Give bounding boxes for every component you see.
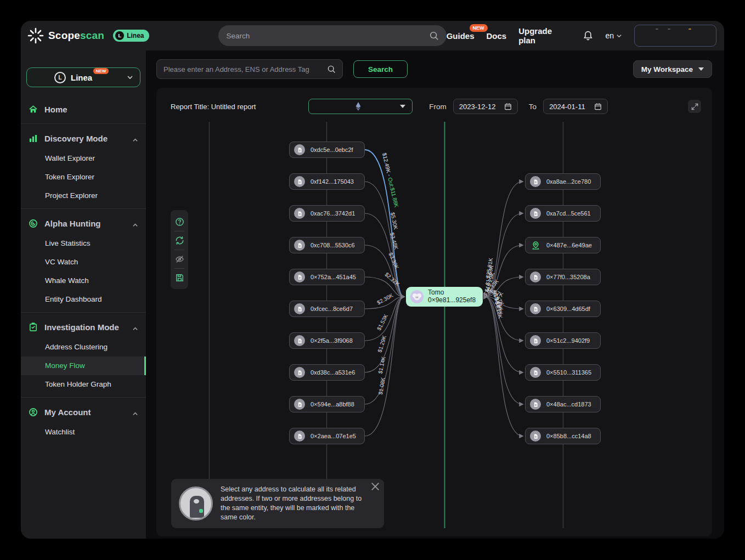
global-search[interactable]: [218, 25, 446, 46]
doc-icon: [294, 399, 305, 410]
address-node[interactable]: 0xfcec...8ce6d7: [289, 301, 365, 317]
address-node[interactable]: 0xa7cd...5ce561: [525, 205, 601, 222]
sidebar-item-token-explorer[interactable]: Token Explorer: [21, 168, 146, 186]
network-name: LineaNEW: [71, 73, 92, 82]
expand-icon: [691, 103, 698, 110]
sidebar-item-live-statistics[interactable]: Live Statistics: [21, 234, 146, 253]
address-node[interactable]: 0×594e...a8bf88: [289, 396, 365, 412]
doc-icon: [530, 271, 541, 282]
network-dropdown[interactable]: L LineaNEW: [26, 67, 140, 87]
nav-guides[interactable]: GuidesNEW: [447, 31, 475, 41]
to-date-picker[interactable]: 2024-01-11: [543, 99, 608, 114]
brand[interactable]: Scopescan L Linea: [27, 27, 149, 44]
doc-icon: [294, 176, 305, 187]
address-node[interactable]: 0×2aea...07e1e5: [289, 428, 365, 444]
address-node[interactable]: 0xd38c...a531e6: [289, 364, 365, 381]
doc-icon: [294, 303, 305, 314]
address-node[interactable]: 0xc708...5530c6: [289, 237, 365, 253]
doc-icon: [294, 240, 305, 251]
graph-canvas: $12.49K - Out:$11.88K$5.30K$3.48K$3.30K$…: [156, 88, 712, 536]
address-node[interactable]: 0×51c2...9402f9: [525, 332, 601, 349]
sidebar-item-vc-watch[interactable]: VC Watch: [21, 253, 146, 271]
address-search-input[interactable]: [163, 65, 327, 73]
edge-label: $2.32K: [383, 271, 400, 287]
nav-docs[interactable]: Docs: [487, 31, 507, 41]
close-icon[interactable]: [371, 483, 379, 490]
main-toolbar: Search My Workspace: [146, 50, 724, 88]
home-icon: [29, 105, 38, 114]
location-icon: [530, 240, 541, 251]
address-node[interactable]: 0×48ac...cd1873: [525, 396, 601, 412]
sidebar-item-address-clustering[interactable]: Address Clustering: [21, 338, 146, 357]
address-node[interactable]: 0xdc5e...0ebc2f: [289, 142, 365, 158]
search-button[interactable]: Search: [353, 60, 408, 78]
address-search[interactable]: [156, 59, 343, 79]
edge-label: $1.14K: [377, 356, 386, 375]
target-icon: [29, 219, 38, 228]
address-node[interactable]: 0×487e...6e49ae: [525, 237, 601, 253]
from-date-picker[interactable]: 2023-12-12: [453, 99, 518, 114]
sidebar-item-my-account[interactable]: My Account: [21, 401, 146, 423]
report-controls: Report Title: Untitled report From 2023-…: [171, 99, 701, 114]
doc-icon: [294, 335, 305, 346]
scopescan-logo-icon: [27, 27, 44, 44]
address-node[interactable]: 0×5510...311365: [525, 364, 601, 381]
fullscreen-button[interactable]: [688, 100, 701, 113]
app-window: Scopescan L Linea GuidesNEW Docs Upgrade…: [21, 21, 724, 539]
doc-icon: [294, 271, 305, 282]
calendar-icon: [594, 103, 602, 110]
canvas-toolbar: [171, 210, 188, 289]
main-area: Search My Workspace Report Title: Untitl…: [146, 50, 724, 539]
address-node[interactable]: 0×85b8...cc14a8: [525, 428, 601, 444]
sidebar-item-project-explorer[interactable]: Project Explorer: [21, 186, 146, 205]
report-title: Report Title: Untitled report: [171, 103, 256, 111]
eye-off-tool[interactable]: [171, 250, 188, 268]
notification-bell-icon[interactable]: [583, 30, 594, 41]
sidebar-item-whale-watch[interactable]: Whale Watch: [21, 271, 146, 290]
eth-icon: [355, 102, 362, 111]
search-icon: [429, 31, 439, 41]
topbar: Scopescan L Linea GuidesNEW Docs Upgrade…: [21, 21, 724, 50]
graph-edges: $12.49K - Out:$11.88K$5.30K$3.48K$3.30K$…: [156, 88, 711, 536]
doc-icon: [294, 208, 305, 219]
doc-icon: [294, 367, 305, 378]
to-label: To: [529, 103, 537, 111]
chevron-up-icon: [132, 220, 138, 227]
sidebar-item-alpha-hunting[interactable]: Alpha Hunting: [21, 212, 146, 234]
topbar-panel-placeholder[interactable]: [634, 25, 716, 47]
sidebar-item-home[interactable]: Home: [21, 98, 146, 120]
edge-label: $2.30K: [376, 292, 394, 306]
sidebar-section: Investigation ModeAddress ClusteringMone…: [21, 312, 146, 397]
doc-icon: [530, 303, 541, 314]
money-flow-panel: Report Title: Untitled report From 2023-…: [156, 88, 712, 536]
doc-icon: [530, 176, 541, 187]
my-workspace-button[interactable]: My Workspace: [633, 60, 712, 78]
new-badge: NEW: [470, 24, 488, 32]
chevron-down-icon: [127, 74, 133, 81]
token-select-dropdown[interactable]: [308, 99, 413, 114]
sidebar-item-discovery-mode[interactable]: Discovery Mode: [21, 127, 146, 149]
sidebar-item-money-flow[interactable]: Money Flow: [21, 357, 146, 375]
sidebar-item-token-holder-graph[interactable]: Token Holder Graph: [21, 375, 146, 394]
nav-upgrade-plan[interactable]: Upgrade plan: [518, 26, 571, 45]
address-node[interactable]: 0xac76...3742d1: [289, 205, 365, 222]
address-node[interactable]: 0xa8ae...2ce780: [525, 173, 601, 190]
address-node[interactable]: 0×6309...4d65df: [525, 301, 601, 317]
language-selector[interactable]: en: [605, 31, 622, 40]
address-node[interactable]: 0×2f5a...3f9068: [289, 332, 365, 349]
sidebar-item-investigation-mode[interactable]: Investigation Mode: [21, 316, 146, 338]
sidebar-item-watchlist[interactable]: Watchlist: [21, 423, 146, 442]
help-tool[interactable]: [171, 212, 188, 231]
doc-icon: [294, 431, 305, 442]
global-search-input[interactable]: [226, 32, 428, 40]
center-entity-node[interactable]: Tomo0×9e81...925ef8: [406, 287, 483, 307]
refresh-tool[interactable]: [171, 231, 188, 250]
address-node[interactable]: 0xf142...175043: [289, 173, 365, 190]
new-badge: NEW: [93, 68, 109, 74]
sidebar-item-wallet-explorer[interactable]: Wallet Explorer: [21, 149, 146, 168]
address-node[interactable]: 0×77f0...35208a: [525, 269, 601, 285]
doc-icon: [530, 367, 541, 378]
sidebar-item-entity-dashboard[interactable]: Entity Dashboard: [21, 290, 146, 309]
save-tool[interactable]: [171, 268, 188, 287]
address-node[interactable]: 0×752a...451a45: [289, 269, 365, 285]
